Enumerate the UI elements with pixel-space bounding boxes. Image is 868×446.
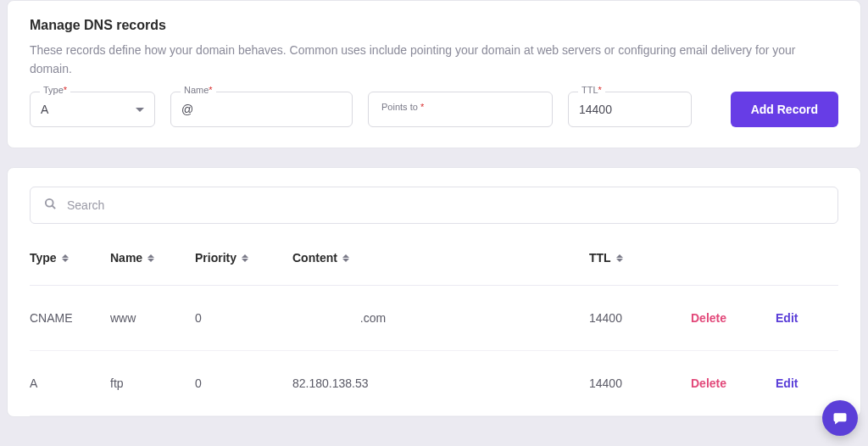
add-record-form: Type* A Name* Points to * TTL* A (30, 92, 838, 127)
ttl-label: TTL* (578, 85, 605, 95)
add-record-button[interactable]: Add Record (731, 92, 838, 127)
svg-line-1 (52, 205, 55, 209)
name-field-wrap: Name* (170, 92, 353, 127)
sort-icon (342, 254, 349, 262)
cell-content: .com (292, 286, 589, 351)
chevron-down-icon (136, 108, 144, 112)
col-header-priority[interactable]: Priority (195, 231, 292, 286)
type-select-value: A (41, 103, 48, 116)
edit-button[interactable]: Edit (776, 311, 798, 325)
records-panel: Type Name Priority Content TTL (7, 167, 861, 417)
points-to-field-wrap: Points to * (368, 92, 553, 127)
cell-name: ftp (110, 351, 195, 416)
svg-point-0 (46, 199, 53, 207)
type-select[interactable]: A (30, 92, 155, 127)
panel-description: These records define how your domain beh… (30, 42, 838, 78)
sort-icon (242, 254, 248, 262)
table-row: A ftp 0 82.180.138.53 14400 Delete Edit (30, 351, 838, 416)
cell-type: CNAME (30, 286, 110, 351)
ttl-field-wrap: TTL* (568, 92, 692, 127)
search-box[interactable] (30, 187, 838, 224)
delete-button[interactable]: Delete (691, 376, 726, 390)
panel-title: Manage DNS records (30, 18, 838, 33)
chat-widget-button[interactable] (822, 400, 858, 436)
cell-priority: 0 (195, 351, 292, 416)
ttl-input[interactable] (568, 92, 692, 127)
cell-ttl: 14400 (589, 286, 691, 351)
cell-content: 82.180.138.53 (292, 351, 589, 416)
sort-icon (147, 254, 154, 262)
cell-ttl: 14400 (589, 351, 691, 416)
name-label: Name* (181, 85, 216, 95)
search-icon (44, 198, 57, 214)
sort-icon (62, 254, 69, 262)
col-header-ttl[interactable]: TTL (589, 231, 691, 286)
edit-button[interactable]: Edit (776, 376, 798, 390)
col-header-content[interactable]: Content (292, 231, 589, 286)
sort-icon (616, 254, 623, 262)
type-field-wrap: Type* A (30, 92, 155, 127)
records-table: Type Name Priority Content TTL (30, 231, 838, 416)
table-row: CNAME www 0 .com 14400 Delete Edit (30, 286, 838, 351)
search-input[interactable] (67, 198, 824, 212)
chat-icon (832, 410, 849, 426)
add-record-panel: Manage DNS records These records define … (7, 0, 861, 148)
name-input[interactable] (170, 92, 353, 127)
cell-name: www (110, 286, 195, 351)
type-label: Type* (40, 85, 70, 95)
delete-button[interactable]: Delete (691, 311, 726, 325)
col-header-type[interactable]: Type (30, 231, 110, 286)
cell-type: A (30, 351, 110, 416)
col-header-name[interactable]: Name (110, 231, 195, 286)
points-to-label: Points to * (378, 102, 427, 112)
cell-priority: 0 (195, 286, 292, 351)
